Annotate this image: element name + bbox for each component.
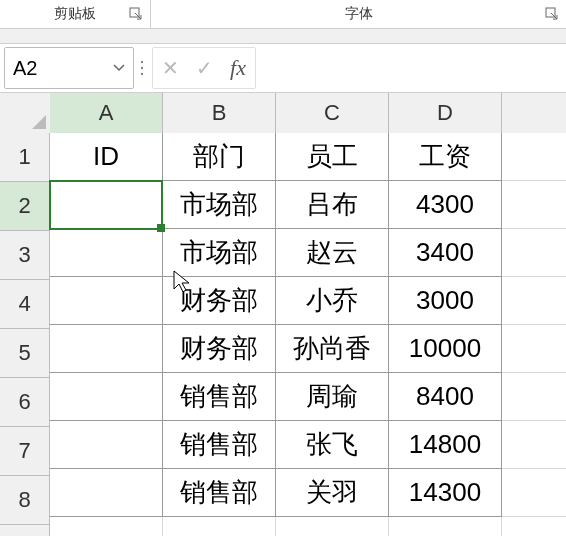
cell-blank[interactable]: [502, 133, 566, 181]
ribbon-group-labels: 剪贴板 字体: [0, 0, 566, 29]
row-header-blank[interactable]: [0, 525, 50, 536]
cell-blank[interactable]: [50, 517, 163, 536]
cell-B6[interactable]: 销售部: [163, 373, 276, 421]
table-row: 销售部 周瑜 8400: [50, 373, 566, 421]
cell-B1[interactable]: 部门: [163, 133, 276, 181]
table-row: [50, 517, 566, 536]
column-header-C[interactable]: C: [276, 93, 389, 133]
table-row: ID 部门 员工 工资: [50, 133, 566, 181]
chevron-down-icon[interactable]: [105, 64, 133, 72]
table-row: 销售部 关羽 14300: [50, 469, 566, 517]
cell-D8[interactable]: 14300: [389, 469, 502, 517]
formula-controls: ✕ ✓ fx: [152, 47, 256, 89]
row-header-5[interactable]: 5: [0, 329, 50, 378]
column-headers: A B C D: [50, 93, 566, 134]
clipboard-dialog-launcher-icon[interactable]: [128, 6, 144, 22]
cell-A8[interactable]: [50, 469, 163, 517]
row-headers: 1 2 3 4 5 6 7 8: [0, 133, 50, 536]
row-header-8[interactable]: 8: [0, 476, 50, 525]
cell-D6[interactable]: 8400: [389, 373, 502, 421]
fx-icon: fx: [230, 55, 246, 81]
column-header-D[interactable]: D: [389, 93, 502, 133]
cell-B7[interactable]: 销售部: [163, 421, 276, 469]
cell-blank[interactable]: [502, 517, 566, 536]
cell-D4[interactable]: 3000: [389, 277, 502, 325]
cell-C7[interactable]: 张飞: [276, 421, 389, 469]
cell-B4[interactable]: 财务部: [163, 277, 276, 325]
cell-blank[interactable]: [502, 421, 566, 469]
column-header-blank[interactable]: [502, 93, 566, 133]
row-header-1[interactable]: 1: [0, 133, 50, 182]
row-header-4[interactable]: 4: [0, 280, 50, 329]
cell-D3[interactable]: 3400: [389, 229, 502, 277]
svg-point-4: [141, 73, 143, 75]
confirm-formula-button[interactable]: ✓: [187, 48, 221, 88]
svg-point-2: [141, 61, 143, 63]
row-header-6[interactable]: 6: [0, 378, 50, 427]
table-row: 财务部 小乔 3000: [50, 277, 566, 325]
cell-C5[interactable]: 孙尚香: [276, 325, 389, 373]
table-row: 市场部 赵云 3400: [50, 229, 566, 277]
check-icon: ✓: [196, 56, 213, 80]
name-box-value: A2: [5, 57, 105, 80]
cell-A6[interactable]: [50, 373, 163, 421]
cell-C6[interactable]: 周瑜: [276, 373, 389, 421]
cancel-icon: ✕: [162, 56, 179, 80]
cell-B2[interactable]: 市场部: [163, 181, 276, 229]
table-row: 市场部 吕布 4300: [50, 181, 566, 229]
column-header-B[interactable]: B: [163, 93, 276, 133]
cell-C8[interactable]: 关羽: [276, 469, 389, 517]
ribbon-spacer: [0, 29, 566, 44]
cell-blank[interactable]: [502, 373, 566, 421]
row-header-2[interactable]: 2: [0, 182, 50, 231]
ribbon-group-clipboard: 剪贴板: [0, 0, 151, 28]
cell-blank[interactable]: [163, 517, 276, 536]
ribbon-group-font: 字体: [151, 0, 566, 28]
font-dialog-launcher-icon[interactable]: [544, 6, 560, 22]
svg-point-3: [141, 67, 143, 69]
select-all-corner[interactable]: [0, 93, 51, 134]
cell-C1[interactable]: 员工: [276, 133, 389, 181]
cell-blank[interactable]: [502, 229, 566, 277]
spreadsheet-grid[interactable]: A B C D 1 2 3 4 5 6 7 8 ID 部门 员工 工资 市场部 …: [0, 93, 566, 536]
cell-A3[interactable]: [50, 229, 163, 277]
cell-blank[interactable]: [502, 277, 566, 325]
cell-C4[interactable]: 小乔: [276, 277, 389, 325]
row-header-7[interactable]: 7: [0, 427, 50, 476]
cell-blank[interactable]: [502, 325, 566, 373]
name-box[interactable]: A2: [4, 47, 134, 89]
cell-D7[interactable]: 14800: [389, 421, 502, 469]
cancel-formula-button[interactable]: ✕: [153, 48, 187, 88]
cell-blank[interactable]: [389, 517, 502, 536]
cell-C2[interactable]: 吕布: [276, 181, 389, 229]
cells-area: ID 部门 员工 工资 市场部 吕布 4300 市场部 赵云 3400 财务部 …: [50, 133, 566, 536]
formula-bar-separator-icon: [136, 59, 148, 77]
cell-A7[interactable]: [50, 421, 163, 469]
cell-B3[interactable]: 市场部: [163, 229, 276, 277]
ribbon-group-clipboard-label: 剪贴板: [54, 5, 96, 23]
cell-blank[interactable]: [502, 469, 566, 517]
cell-B5[interactable]: 财务部: [163, 325, 276, 373]
column-header-A[interactable]: A: [50, 93, 163, 133]
table-row: 财务部 孙尚香 10000: [50, 325, 566, 373]
cell-A4[interactable]: [50, 277, 163, 325]
ribbon-group-font-label: 字体: [345, 5, 373, 23]
row-header-3[interactable]: 3: [0, 231, 50, 280]
cell-B8[interactable]: 销售部: [163, 469, 276, 517]
cell-D2[interactable]: 4300: [389, 181, 502, 229]
cell-A2[interactable]: [50, 181, 163, 229]
cell-C3[interactable]: 赵云: [276, 229, 389, 277]
cell-A5[interactable]: [50, 325, 163, 373]
formula-bar: A2 ✕ ✓ fx: [0, 44, 566, 93]
cell-D1[interactable]: 工资: [389, 133, 502, 181]
insert-function-button[interactable]: fx: [221, 48, 255, 88]
cell-D5[interactable]: 10000: [389, 325, 502, 373]
cell-blank[interactable]: [276, 517, 389, 536]
cell-blank[interactable]: [502, 181, 566, 229]
cell-A1[interactable]: ID: [50, 133, 163, 181]
table-row: 销售部 张飞 14800: [50, 421, 566, 469]
